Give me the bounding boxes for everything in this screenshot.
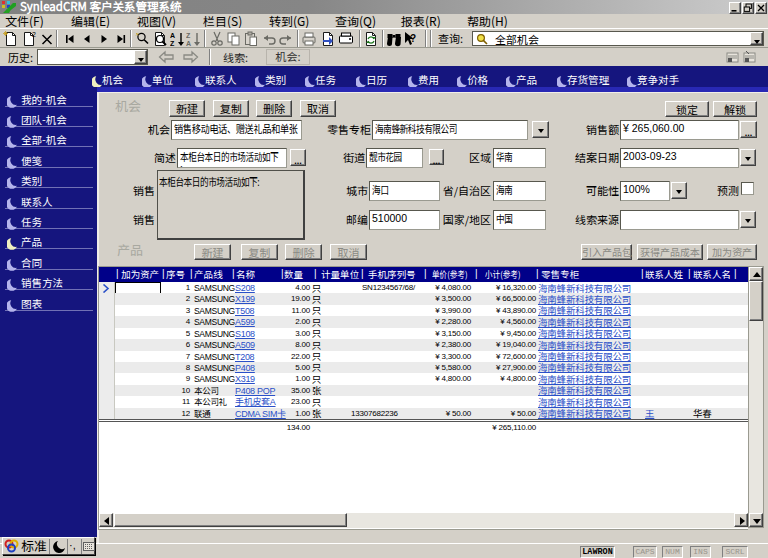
svg-text:Z: Z [186,32,191,39]
svg-text:A: A [170,32,175,39]
svg-text:A: A [186,40,191,47]
svg-text:2: 2 [32,31,36,38]
svg-text:Z: Z [170,40,175,47]
svg-text:?: ? [410,33,416,44]
